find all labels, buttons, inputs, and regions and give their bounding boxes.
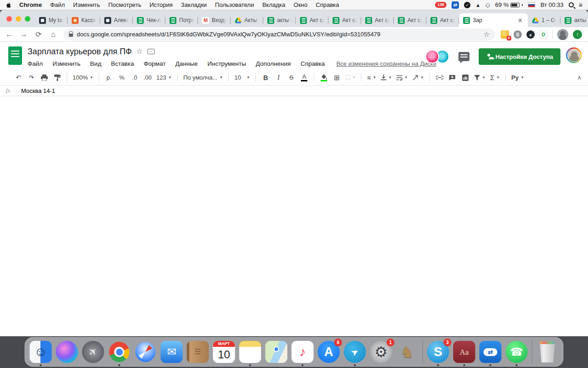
menubar-item-3[interactable]: История [149, 1, 172, 8]
insert-link-button[interactable] [434, 72, 445, 83]
sheets-logo-icon[interactable] [8, 46, 22, 65]
notification-center-icon[interactable]: ≡ [579, 1, 582, 9]
back-button[interactable]: ← [5, 30, 14, 39]
browser-tab-1[interactable]: Кассир [68, 13, 100, 27]
font-select[interactable]: По умолча...▼ [182, 72, 224, 83]
e-extension-icon[interactable]: e [526, 30, 535, 39]
close-window-button[interactable] [6, 16, 12, 22]
dock-item-skype[interactable]: S3 [427, 341, 449, 363]
browser-tab-2[interactable]: Алекса [100, 13, 133, 27]
dock-item-chess[interactable]: ♞ [396, 341, 418, 363]
battery-indicator[interactable]: 69 % [495, 1, 523, 8]
dock-item-calendar[interactable]: МАРТ10 [213, 341, 235, 363]
functions-button[interactable]: Σ▼ [489, 72, 501, 83]
browser-tab-10[interactable]: Акт са [361, 13, 394, 27]
browser-profile-avatar[interactable] [557, 29, 568, 40]
sheets-menu-2[interactable]: Вид [90, 60, 101, 67]
zoom-select[interactable]: 100%▼ [71, 72, 95, 83]
sheets-menu-8[interactable]: Справка [300, 60, 325, 67]
print-button[interactable] [39, 72, 50, 83]
dock-item-chrome[interactable] [108, 341, 130, 363]
input-tools-button[interactable]: Ру▼ [510, 72, 526, 83]
dock-item-music[interactable]: ♪ [292, 341, 314, 363]
font-size-select[interactable]: 10▼ [233, 72, 251, 83]
maximize-window-button[interactable] [25, 16, 30, 22]
triangle-menubar-icon[interactable]: ▲ [475, 2, 481, 8]
menubar-item-6[interactable]: Вкладка [262, 1, 285, 8]
dock-item-trash[interactable] [537, 341, 559, 363]
address-bar[interactable]: docs.google.com/spreadsheets/d/1F6StK6dG… [63, 29, 495, 40]
browser-tab-6[interactable]: Акты с [231, 13, 263, 27]
bold-button[interactable]: B [260, 72, 271, 83]
horizontal-align-button[interactable]: ≡▼ [366, 72, 378, 83]
undo-button[interactable]: ↶ [13, 72, 24, 83]
teamviewer-menubar-icon[interactable]: ⇄ [452, 1, 459, 9]
browser-tab-14[interactable]: 1 – Go [528, 13, 560, 27]
vertical-align-button[interactable]: ▼ [379, 72, 393, 83]
menubar-item-4[interactable]: Закладки [181, 1, 207, 8]
strikethrough-button[interactable]: S [286, 72, 297, 83]
decrease-decimal-button[interactable]: .0 [129, 72, 140, 83]
notification-badge[interactable]: 138 [435, 2, 447, 8]
collapse-toolbar-button[interactable]: ∧ [577, 74, 582, 81]
check-circle-icon[interactable]: ✓ [464, 2, 470, 8]
chrome-update-icon[interactable]: ↑ [573, 30, 582, 39]
bookmark-star-icon[interactable]: ☆ [484, 30, 490, 39]
menubar-item-2[interactable]: Посмотреть [108, 1, 141, 8]
forward-button[interactable]: → [19, 30, 28, 39]
minimize-window-button[interactable] [16, 16, 21, 22]
text-rotation-button[interactable]: ▼ [411, 72, 425, 83]
d-extension-icon[interactable]: D [539, 30, 548, 39]
star-document-icon[interactable]: ☆ [136, 47, 142, 56]
sheets-menu-4[interactable]: Формат [144, 60, 166, 67]
sheets-menu-3[interactable]: Вставка [111, 60, 134, 67]
redo-button[interactable]: ↷ [26, 72, 37, 83]
menubar-item-0[interactable]: Файл [50, 1, 65, 8]
apple-menu-icon[interactable] [6, 2, 12, 8]
browser-tab-11[interactable]: Акт са [394, 13, 426, 27]
sheets-menu-1[interactable]: Изменить [52, 60, 80, 67]
menubar-item-1[interactable]: Изменить [73, 1, 100, 8]
menubar-item-7[interactable]: Окно [294, 1, 307, 8]
move-to-folder-icon[interactable] [147, 49, 155, 54]
increase-decimal-button[interactable]: .00 [142, 72, 153, 83]
menubar-item-5[interactable]: Пользователи [215, 1, 254, 8]
share-button[interactable]: Настройки Доступа [479, 48, 560, 65]
borders-button[interactable]: ⊞ [331, 72, 342, 83]
dock-item-notes[interactable] [239, 341, 261, 363]
dock-item-launchpad[interactable]: ✈ [82, 341, 104, 363]
fill-color-button[interactable] [318, 72, 329, 83]
sheets-menu-5[interactable]: Данные [175, 60, 198, 67]
browser-tab-4[interactable]: Потре [165, 13, 198, 27]
save-status-link[interactable]: Все изменения сохранены на Диске [336, 60, 436, 67]
dock-item-safari[interactable] [135, 341, 157, 363]
diamond-menubar-icon[interactable]: ◇ [486, 1, 490, 8]
menubar-clock[interactable]: Вт 00:33 [540, 1, 563, 8]
insert-comment-button[interactable] [447, 72, 458, 83]
browser-tab-7[interactable]: акты в [263, 13, 296, 27]
insert-chart-button[interactable] [460, 72, 471, 83]
skype-extension-icon[interactable]: S [514, 30, 522, 39]
dock-item-maps[interactable] [266, 341, 288, 363]
tab-close-icon[interactable]: ✕ [517, 17, 524, 24]
browser-tab-12[interactable]: Акт са [426, 13, 459, 27]
italic-button[interactable]: I [273, 72, 284, 83]
reload-button[interactable]: ⟳ [34, 30, 43, 39]
home-button[interactable]: ⌂ [49, 30, 58, 39]
browser-tab-0[interactable]: My tas [35, 13, 68, 27]
browser-tab-5[interactable]: MВходя [198, 13, 231, 27]
dock-item-finder[interactable]: ☺ [30, 341, 52, 363]
extension-icon-1[interactable]: 9 [501, 30, 509, 39]
text-wrap-button[interactable]: ▼ [395, 72, 409, 83]
dock-item-teamviewer[interactable]: ⇄ [480, 341, 502, 363]
format-currency-button[interactable]: р. [103, 72, 114, 83]
url-text[interactable]: docs.google.com/spreadsheets/d/1F6StK6dG… [77, 31, 480, 38]
sheets-menu-6[interactable]: Инструменты [207, 60, 246, 67]
sheets-menu-0[interactable]: Файл [28, 60, 43, 67]
dock-item-contacts[interactable]: ☰ [187, 341, 209, 363]
filter-button[interactable]: ▼ [473, 72, 487, 83]
browser-tab-8[interactable]: Акт са [296, 13, 328, 27]
more-formats-button[interactable]: 123▼ [155, 72, 173, 83]
sheets-menu-7[interactable]: Дополнения [256, 60, 291, 67]
comments-icon[interactable] [458, 52, 469, 61]
